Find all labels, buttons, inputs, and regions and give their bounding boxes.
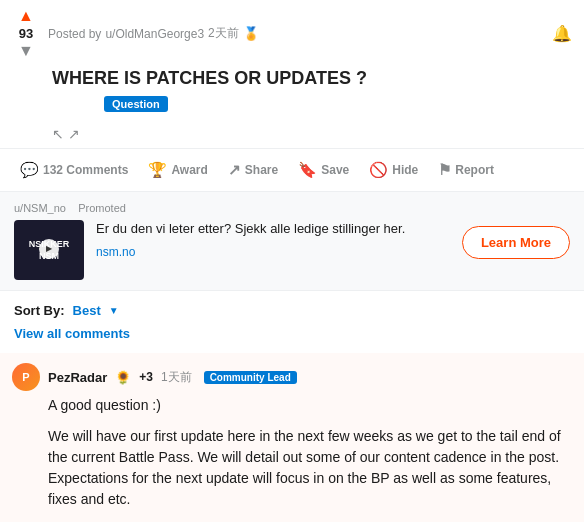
report-button[interactable]: ⚑ Report <box>430 155 502 185</box>
comments-label: 132 Comments <box>43 163 128 177</box>
share-button[interactable]: ↗ Share <box>220 155 286 185</box>
ad-promoted-badge: Promoted <box>78 202 126 214</box>
play-icon[interactable]: ▶ <box>39 239 59 259</box>
comment-score: +3 <box>139 370 153 384</box>
post-flair[interactable]: Question <box>104 96 168 112</box>
upvote-button[interactable]: ▲ <box>18 8 34 24</box>
ad-meta-line: u/NSM_no Promoted <box>14 202 450 214</box>
report-icon: ⚑ <box>438 161 451 179</box>
post-link-icons: ↖ ↗ <box>0 126 584 148</box>
award-label: Award <box>171 163 207 177</box>
view-all-comments-link[interactable]: View all comments <box>0 324 584 353</box>
post-title: WHERE IS PATCHES OR UPDATES ? <box>0 63 584 96</box>
comment-emoji: 🌻 <box>115 370 131 385</box>
ad-content: Er du den vi leter etter? Sjekk alle led… <box>96 220 450 266</box>
ad-description: Er du den vi leter etter? Sjekk alle led… <box>96 220 450 238</box>
post-meta: Posted by u/OldManGeorge3 2天前 🏅 🔔 <box>48 24 572 43</box>
learn-more-button[interactable]: Learn More <box>462 226 570 259</box>
hide-label: Hide <box>392 163 418 177</box>
award-button[interactable]: 🏆 Award <box>140 155 215 185</box>
save-button[interactable]: 🔖 Save <box>290 155 357 185</box>
sort-value[interactable]: Best <box>73 303 101 318</box>
sort-caret-icon[interactable]: ▼ <box>109 305 119 316</box>
downvote-button[interactable]: ▼ <box>18 43 34 59</box>
ad-domain[interactable]: nsm.no <box>96 245 450 259</box>
ad-section: u/NSM_no Promoted NSIKKER ▶ NSM Er du de… <box>0 192 584 291</box>
comments-icon: 💬 <box>20 161 39 179</box>
notification-icon[interactable]: 🔔 <box>552 24 572 43</box>
comment-paragraph-2: We will have our first update here in th… <box>48 426 572 510</box>
sort-bar: Sort By: Best ▼ <box>0 291 584 324</box>
report-label: Report <box>455 163 494 177</box>
comments-button[interactable]: 💬 132 Comments <box>12 155 136 185</box>
post-author[interactable]: u/OldManGeorge3 <box>105 27 204 41</box>
hide-icon: 🚫 <box>369 161 388 179</box>
posted-by-label: Posted by <box>48 27 101 41</box>
comment-avatar: P <box>12 363 40 391</box>
post-author-line: Posted by u/OldManGeorge3 2天前 🏅 🔔 <box>48 24 572 43</box>
post-time: 2天前 <box>208 25 239 42</box>
action-bar: 💬 132 Comments 🏆 Award ↗ Share 🔖 Save 🚫 … <box>0 148 584 192</box>
comment-author[interactable]: PezRadar <box>48 370 107 385</box>
comment-body: A good question :) We will have our firs… <box>12 395 572 522</box>
comment-paragraph-1: A good question :) <box>48 395 572 416</box>
vote-column: ▲ 93 ▼ <box>12 8 40 59</box>
share-icon: ↗ <box>228 161 241 179</box>
link-icon-1: ↖ <box>52 126 64 142</box>
save-icon: 🔖 <box>298 161 317 179</box>
share-label: Share <box>245 163 278 177</box>
comment-header: P PezRadar 🌻 +3 1天前 Community Lead <box>12 363 572 391</box>
post-score: 93 <box>19 26 33 41</box>
sort-label: Sort By: <box>14 303 65 318</box>
link-icon-2: ↗ <box>68 126 80 142</box>
post-header: ▲ 93 ▼ Posted by u/OldManGeorge3 2天前 🏅 🔔 <box>0 0 584 63</box>
comment-section: P PezRadar 🌻 +3 1天前 Community Lead A goo… <box>0 353 584 522</box>
award-icon: 🏅 <box>243 26 259 41</box>
award-icon-btn: 🏆 <box>148 161 167 179</box>
comment-time: 1天前 <box>161 369 192 386</box>
hide-button[interactable]: 🚫 Hide <box>361 155 426 185</box>
ad-thumbnail[interactable]: NSIKKER ▶ NSM <box>14 220 84 280</box>
save-label: Save <box>321 163 349 177</box>
comment-flair: Community Lead <box>204 371 297 384</box>
ad-user: u/NSM_no <box>14 202 66 214</box>
